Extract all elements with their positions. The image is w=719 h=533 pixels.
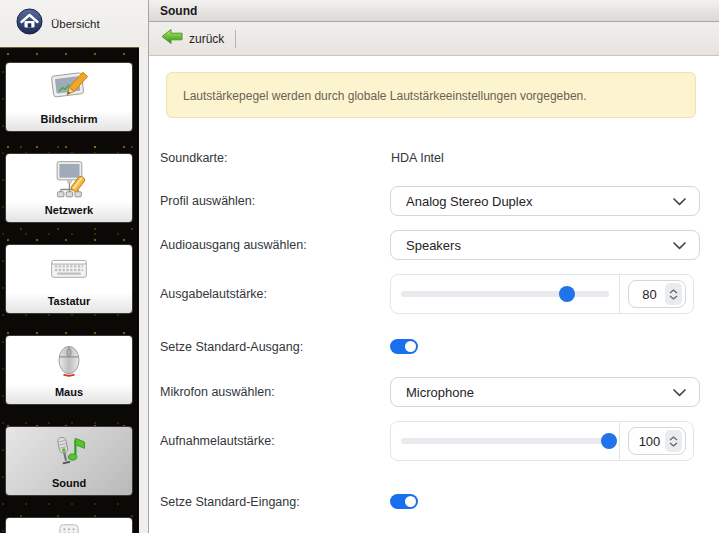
toggle-knob bbox=[405, 496, 416, 507]
input-volume-slider[interactable] bbox=[391, 422, 619, 460]
back-arrow-icon bbox=[161, 28, 183, 49]
output-volume-control: 80 bbox=[390, 274, 694, 314]
back-button-label: zurück bbox=[189, 32, 224, 46]
sidebar-item-label: Maus bbox=[55, 386, 83, 398]
microphone-note-icon bbox=[47, 431, 91, 477]
sidebar-item-label: Sound bbox=[52, 477, 86, 489]
sidebar-item-tastatur[interactable]: Tastatur bbox=[5, 244, 133, 314]
input-volume-input[interactable]: 100 bbox=[628, 427, 686, 455]
sidebar-item-label: Tastatur bbox=[48, 295, 91, 307]
output-device-row: Audioausgang auswählen: Speakers bbox=[160, 230, 719, 260]
main-panel: Sound zurück bbox=[148, 0, 719, 533]
chevron-down-icon bbox=[673, 236, 686, 254]
sidebar-item-partial[interactable] bbox=[5, 517, 133, 533]
output-volume-value: 80 bbox=[635, 287, 665, 302]
spinner-up-icon bbox=[669, 436, 678, 441]
profile-dropdown[interactable]: Analog Stereo Duplex bbox=[390, 186, 700, 216]
sidebar-item-maus[interactable]: Maus bbox=[5, 335, 133, 405]
default-output-row: Setze Standard-Ausgang: bbox=[160, 339, 719, 354]
sidebar-item-sound[interactable]: Sound bbox=[5, 426, 133, 496]
profile-dropdown-value: Analog Stereo Duplex bbox=[406, 194, 532, 209]
output-volume-spin-area: 80 bbox=[619, 275, 693, 313]
sidebar-item-bildschirm[interactable]: Bildschirm bbox=[5, 62, 133, 132]
default-input-toggle[interactable] bbox=[390, 494, 418, 509]
slider-handle[interactable] bbox=[559, 286, 575, 302]
spinner-buttons[interactable] bbox=[665, 283, 682, 305]
sidebar-item-label: Bildschirm bbox=[41, 113, 98, 125]
output-volume-label: Ausgabelautstärke: bbox=[160, 287, 390, 301]
sound-settings-window: Übersicht bbox=[0, 0, 719, 533]
device-icon bbox=[47, 522, 91, 533]
display-edit-icon bbox=[47, 67, 91, 113]
slider-track[interactable] bbox=[401, 438, 609, 444]
spinner-buttons[interactable] bbox=[665, 430, 682, 452]
home-icon bbox=[16, 8, 43, 39]
profile-row: Profil auswählen: Analog Stereo Duplex bbox=[160, 186, 719, 216]
microphone-dropdown[interactable]: Microphone bbox=[390, 377, 700, 407]
microphone-dropdown-value: Microphone bbox=[406, 385, 474, 400]
sidebar-item-overview-label: Übersicht bbox=[51, 18, 100, 30]
input-volume-row: Aufnahmelautstärke: 100 bbox=[160, 421, 719, 461]
microphone-label: Mikrofon auswählen: bbox=[160, 385, 390, 399]
output-device-dropdown[interactable]: Speakers bbox=[390, 230, 700, 260]
page-title: Sound bbox=[160, 4, 197, 18]
soundcard-label: Soundkarte: bbox=[160, 151, 390, 165]
mouse-icon bbox=[47, 340, 91, 386]
spinner-down-icon bbox=[669, 295, 678, 300]
sidebar-item-label: Netzwerk bbox=[45, 204, 93, 216]
microphone-row: Mikrofon auswählen: Microphone bbox=[160, 377, 719, 407]
toolbar-separator bbox=[235, 30, 236, 48]
output-volume-input[interactable]: 80 bbox=[628, 280, 686, 308]
input-volume-value: 100 bbox=[635, 434, 665, 449]
soundcard-value: HDA Intel bbox=[390, 151, 444, 165]
sidebar: Übersicht bbox=[0, 0, 148, 533]
default-input-row: Setze Standard-Eingang: bbox=[160, 494, 719, 509]
soundcard-row: Soundkarte: HDA Intel bbox=[160, 151, 719, 165]
profile-label: Profil auswählen: bbox=[160, 194, 390, 208]
default-output-label: Setze Standard-Ausgang: bbox=[160, 340, 390, 354]
default-output-toggle[interactable] bbox=[390, 339, 418, 354]
sidebar-category-list: Bildschirm bbox=[0, 47, 139, 533]
output-device-dropdown-value: Speakers bbox=[406, 238, 461, 253]
slider-handle[interactable] bbox=[601, 433, 617, 449]
default-input-label: Setze Standard-Eingang: bbox=[160, 495, 390, 509]
output-volume-row: Ausgabelautstärke: 80 bbox=[160, 274, 719, 314]
output-volume-slider[interactable] bbox=[391, 275, 619, 313]
notice-banner: Lautstärkepegel werden durch globale Lau… bbox=[166, 72, 696, 118]
output-device-label: Audioausgang auswählen: bbox=[160, 238, 390, 252]
toolbar: zurück bbox=[149, 22, 719, 56]
input-volume-label: Aufnahmelautstärke: bbox=[160, 434, 390, 448]
input-volume-spin-area: 100 bbox=[619, 422, 693, 460]
keyboard-icon bbox=[47, 249, 91, 295]
toggle-knob bbox=[405, 341, 416, 352]
chevron-down-icon bbox=[673, 383, 686, 401]
notice-text: Lautstärkepegel werden durch globale Lau… bbox=[183, 89, 587, 103]
sidebar-item-netzwerk[interactable]: Netzwerk bbox=[5, 153, 133, 223]
chevron-down-icon bbox=[673, 192, 686, 210]
spinner-down-icon bbox=[669, 442, 678, 447]
back-button[interactable]: zurück bbox=[157, 26, 228, 51]
slider-track[interactable] bbox=[401, 291, 609, 297]
panel-titlebar: Sound bbox=[149, 0, 719, 22]
sound-settings-form: Lautstärkepegel werden durch globale Lau… bbox=[149, 56, 719, 533]
network-icon bbox=[47, 158, 91, 204]
sidebar-item-overview[interactable]: Übersicht bbox=[0, 0, 148, 47]
spinner-up-icon bbox=[669, 289, 678, 294]
input-volume-control: 100 bbox=[390, 421, 694, 461]
